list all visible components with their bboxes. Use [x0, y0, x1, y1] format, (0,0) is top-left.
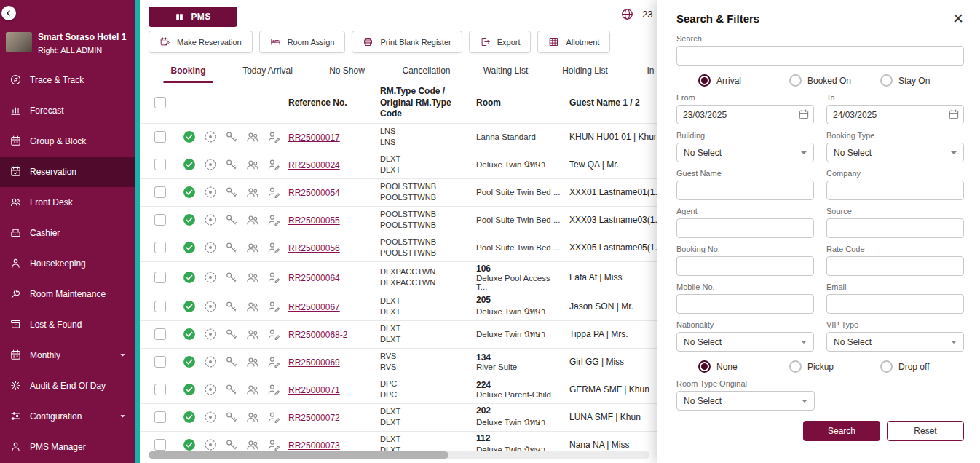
check-circle-icon[interactable]: [182, 130, 197, 144]
key-icon[interactable]: [224, 270, 239, 285]
tab-cancellation[interactable]: Cancellation: [387, 60, 466, 83]
reference-link[interactable]: RR25000064: [288, 273, 340, 283]
mobile-no-input[interactable]: [676, 294, 814, 314]
room-type-original-select[interactable]: No Select: [676, 391, 815, 411]
dotted-circle-icon[interactable]: [203, 299, 218, 314]
check-circle-icon[interactable]: [182, 355, 197, 369]
dotted-circle-icon[interactable]: [203, 270, 218, 285]
booking-no-input[interactable]: [676, 256, 814, 276]
key-icon[interactable]: [224, 327, 239, 341]
people-icon[interactable]: [245, 213, 260, 227]
key-icon[interactable]: [224, 213, 239, 227]
pms-module-button[interactable]: PMS: [149, 7, 237, 27]
person-edit-icon[interactable]: [266, 240, 281, 255]
search-button[interactable]: Search: [803, 421, 880, 441]
key-icon[interactable]: [224, 299, 239, 314]
row-checkbox[interactable]: [154, 214, 166, 226]
row-checkbox[interactable]: [154, 384, 166, 395]
reference-link[interactable]: RR25000073: [288, 440, 340, 451]
dotted-circle-icon[interactable]: [203, 130, 218, 144]
guest-name-input[interactable]: [676, 181, 814, 200]
row-checkbox[interactable]: [154, 159, 166, 170]
reference-link[interactable]: RR25000055: [288, 215, 340, 226]
booking-type-select[interactable]: No Select: [826, 143, 964, 162]
row-checkbox[interactable]: [154, 131, 166, 143]
sidebar-item-forecast[interactable]: Forecast: [0, 95, 135, 126]
tab-today-arrival[interactable]: Today Arrival: [228, 60, 307, 83]
check-circle-icon[interactable]: [182, 299, 197, 314]
key-icon[interactable]: [224, 130, 239, 144]
dotted-circle-icon[interactable]: [203, 355, 218, 369]
person-edit-icon[interactable]: [266, 157, 281, 172]
rate-code-input[interactable]: [826, 256, 964, 276]
company-input[interactable]: [826, 181, 964, 200]
to-date-input[interactable]: [826, 105, 964, 124]
search-input[interactable]: [676, 46, 964, 66]
check-circle-icon[interactable]: [182, 213, 197, 227]
sidebar-item-monthly[interactable]: Monthly: [0, 340, 135, 371]
globe-icon[interactable]: [620, 7, 634, 21]
check-circle-icon[interactable]: [182, 438, 197, 452]
key-icon[interactable]: [224, 185, 239, 199]
row-checkbox[interactable]: [154, 186, 166, 198]
row-checkbox[interactable]: [154, 439, 166, 451]
row-checkbox[interactable]: [154, 272, 166, 283]
check-circle-icon[interactable]: [182, 185, 197, 199]
check-circle-icon[interactable]: [182, 240, 197, 255]
select-all-checkbox[interactable]: [154, 97, 166, 108]
scrollbar-thumb[interactable]: [149, 451, 448, 459]
people-icon[interactable]: [245, 410, 260, 424]
people-icon[interactable]: [245, 240, 260, 255]
tab-booking[interactable]: Booking: [149, 60, 228, 83]
dotted-circle-icon[interactable]: [203, 240, 218, 255]
close-icon[interactable]: ✕: [952, 12, 964, 25]
sidebar-item-front-desk[interactable]: Front Desk: [0, 187, 135, 218]
sidebar-item-audit-end-of-day[interactable]: Audit & End Of Day: [0, 371, 135, 401]
person-edit-icon[interactable]: [266, 185, 281, 199]
people-icon[interactable]: [245, 327, 260, 341]
row-checkbox[interactable]: [154, 328, 166, 340]
dotted-circle-icon[interactable]: [203, 327, 218, 341]
person-edit-icon[interactable]: [266, 213, 281, 227]
person-edit-icon[interactable]: [266, 410, 281, 424]
person-edit-icon[interactable]: [266, 299, 281, 314]
dotted-circle-icon[interactable]: [203, 438, 218, 452]
source-input[interactable]: [826, 218, 964, 238]
dotted-circle-icon[interactable]: [203, 213, 218, 227]
tab-waiting-list[interactable]: Waiting List: [466, 60, 545, 83]
reference-link[interactable]: RR25000068-2: [288, 330, 347, 340]
horizontal-scrollbar[interactable]: [149, 451, 649, 459]
people-icon[interactable]: [245, 299, 260, 314]
reference-link[interactable]: RR25000024: [288, 160, 340, 170]
collapse-sidebar-button[interactable]: [1, 6, 16, 20]
people-icon[interactable]: [245, 157, 260, 172]
check-circle-icon[interactable]: [182, 327, 197, 341]
nationality-select[interactable]: No Select: [676, 332, 814, 352]
people-icon[interactable]: [245, 270, 260, 285]
reset-button[interactable]: Reset: [887, 421, 964, 441]
room-assign-button[interactable]: Room Assign: [259, 31, 346, 53]
sidebar-item-housekeeping[interactable]: Housekeeping: [0, 248, 135, 279]
people-icon[interactable]: [245, 438, 260, 452]
print-blank-register-button[interactable]: Print Blank Register: [352, 31, 462, 53]
calendar-icon[interactable]: [948, 108, 960, 120]
sidebar-item-pms-manager[interactable]: PMS Manager: [0, 432, 135, 462]
person-edit-icon[interactable]: [266, 438, 281, 452]
agent-input[interactable]: [676, 218, 814, 238]
sidebar-item-reservation[interactable]: Reservation: [0, 157, 135, 187]
people-icon[interactable]: [245, 130, 260, 144]
calendar-icon[interactable]: [798, 108, 810, 120]
reference-link[interactable]: RR25000017: [288, 132, 340, 143]
check-circle-icon[interactable]: [182, 157, 197, 172]
person-edit-icon[interactable]: [266, 382, 281, 397]
dotted-circle-icon[interactable]: [203, 185, 218, 199]
key-icon[interactable]: [224, 240, 239, 255]
dotted-circle-icon[interactable]: [203, 410, 218, 424]
transfer-none-radio[interactable]: None: [698, 360, 789, 373]
allotment-button[interactable]: Allotment: [537, 31, 610, 53]
reference-link[interactable]: RR25000069: [288, 357, 340, 368]
reference-link[interactable]: RR25000054: [288, 188, 340, 198]
reference-link[interactable]: RR25000067: [288, 302, 340, 312]
key-icon[interactable]: [224, 157, 239, 172]
key-icon[interactable]: [224, 438, 239, 452]
